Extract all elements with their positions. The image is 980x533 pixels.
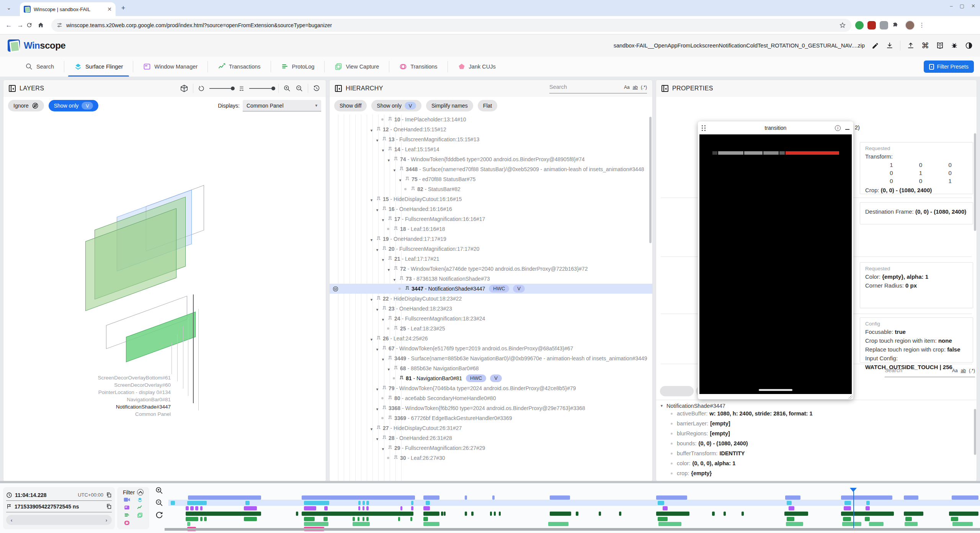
expand-arrow-icon[interactable]: ▼ <box>376 385 382 393</box>
tab-search-chevron-icon[interactable]: ⌄ <box>4 3 14 13</box>
camera-trace-icon[interactable] <box>124 497 130 503</box>
trace-entry-segment[interactable] <box>844 506 851 510</box>
trace-entry-segment[interactable] <box>398 517 400 521</box>
trace-entry-segment[interactable] <box>363 506 364 510</box>
close-window-icon[interactable]: ✕ <box>971 3 975 9</box>
trace-entry-segment[interactable] <box>245 501 250 505</box>
trace-entry-segment[interactable] <box>784 512 808 516</box>
transitions-trace-icon[interactable] <box>124 520 130 526</box>
displays-select[interactable]: Common Panel ▾ <box>243 100 321 111</box>
trace-entry-segment[interactable] <box>358 506 360 510</box>
show-only-v-toggle[interactable]: Show only V <box>49 100 99 111</box>
trace-entry-segment[interactable] <box>304 501 329 505</box>
pin-icon[interactable] <box>382 246 386 251</box>
rotation-slider[interactable] <box>209 88 234 89</box>
wm-trace-icon[interactable] <box>124 505 130 510</box>
trace-entry-segment[interactable] <box>426 501 430 505</box>
reload-icon[interactable] <box>26 22 38 28</box>
expand-arrow-icon[interactable]: ▼ <box>370 235 377 244</box>
hierarchy-node[interactable]: 18 - Leaf:16:16#18 <box>330 224 652 234</box>
hierarchy-node[interactable]: 3447 - NotificationShade#3447HWCV <box>330 284 652 294</box>
transition-screenshot-window[interactable]: transition i <box>698 121 853 399</box>
hierarchy-filter-show-only[interactable]: Show onlyV <box>371 100 421 111</box>
pin-icon[interactable] <box>382 435 386 440</box>
extension-icon[interactable] <box>867 21 876 29</box>
trace-entry-segment[interactable] <box>366 501 369 505</box>
expand-arrow-icon[interactable]: ▼ <box>376 305 382 313</box>
trace-entry-segment[interactable] <box>423 495 439 500</box>
pin-icon[interactable] <box>394 326 398 331</box>
trace-entry-segment[interactable] <box>656 512 689 516</box>
ignore-toggle[interactable]: Ignore <box>8 100 44 111</box>
trace-entry-segment[interactable] <box>787 501 792 505</box>
trace-entry-segment[interactable] <box>188 495 261 500</box>
trace-entry-segment[interactable] <box>353 522 370 526</box>
pin-icon[interactable] <box>388 415 392 420</box>
trace-entry-segment[interactable] <box>353 517 354 521</box>
properties-tree-scrollbar[interactable] <box>974 409 976 455</box>
trace-entry-segment[interactable] <box>658 517 667 521</box>
layer-3d-label[interactable]: PointerLocation - display 0#134 <box>90 389 171 396</box>
timeline-scrollbar[interactable] <box>165 528 980 531</box>
hierarchy-node[interactable]: ▼28 - OneHanded:26:31#28 <box>330 433 652 443</box>
info-icon[interactable]: i <box>835 125 841 131</box>
trace-entry-segment[interactable] <box>244 506 257 510</box>
hierarchy-node[interactable]: 3369 - 67726bf EdgeBackGestureHandler0#3… <box>330 413 652 423</box>
trace-entry-segment[interactable] <box>724 512 726 516</box>
trace-entry-segment[interactable] <box>952 495 978 500</box>
trace-entry-segment[interactable] <box>411 506 413 510</box>
trace-entry-segment[interactable] <box>599 512 601 516</box>
expand-arrow-icon[interactable]: ▼ <box>393 166 400 174</box>
trace-entry-segment[interactable] <box>843 517 851 521</box>
trace-entry-segment[interactable] <box>423 522 439 526</box>
timeline-row-surface-flinger[interactable] <box>168 501 980 505</box>
hierarchy-node[interactable]: ▼3448 - Surface(name=ed70f88 StatusBar)/… <box>330 164 652 174</box>
pin-icon[interactable] <box>388 445 392 450</box>
trace-entry-segment[interactable] <box>548 522 568 526</box>
layer-3d-label[interactable]: NotificationShade#3447 <box>90 403 171 410</box>
site-settings-icon[interactable] <box>57 22 62 28</box>
trace-entry-segment[interactable] <box>304 506 316 510</box>
hierarchy-node[interactable]: ▼72 - WindowToken{a2746de type=2040 andr… <box>330 264 652 274</box>
hierarchy-filter-show-diff[interactable]: Show diff <box>334 100 367 111</box>
resize-handle[interactable] <box>849 395 853 399</box>
pin-icon[interactable] <box>382 306 386 311</box>
visibility-eye-icon[interactable] <box>332 286 339 292</box>
trace-entry-segment[interactable] <box>187 501 207 505</box>
collapse-panel-icon[interactable] <box>9 85 16 92</box>
upload-icon[interactable] <box>906 41 915 50</box>
close-tab-icon[interactable]: ✕ <box>107 6 112 12</box>
trace-entry-segment[interactable] <box>411 501 413 505</box>
ns-time-input[interactable]: 1715339054227572545 ns <box>6 501 112 512</box>
pin-icon[interactable] <box>394 226 398 231</box>
layer-3d-label[interactable]: NavigationBar0#81 <box>90 396 171 403</box>
layer-3d-label[interactable]: ScreenDecorOverlayBottom#61 <box>90 374 171 381</box>
pin-icon[interactable] <box>382 206 386 211</box>
trace-entry-segment[interactable] <box>171 501 175 505</box>
expand-arrow-icon[interactable]: ▼ <box>381 255 388 263</box>
expand-arrow-icon[interactable]: ▼ <box>393 275 400 283</box>
expand-arrow-icon[interactable]: ▼ <box>399 176 405 184</box>
expand-arrow-icon[interactable]: ▼ <box>387 365 394 373</box>
timeline-row-view-capture[interactable] <box>168 522 980 526</box>
hierarchy-node[interactable]: ▼12 - OneHanded:15:15#12 <box>330 124 652 134</box>
properties-tree-root[interactable]: ▼ NotificationShade#3447 <box>656 401 977 410</box>
pin-icon[interactable] <box>382 346 386 351</box>
property-item[interactable]: bufferTransform:IDENTITY <box>656 450 977 460</box>
pin-icon[interactable] <box>388 316 392 321</box>
property-item[interactable]: bounds:(0, 0) - (1080, 2400) <box>656 440 977 450</box>
pin-icon[interactable] <box>377 236 381 241</box>
trace-entry-segment[interactable] <box>302 495 415 500</box>
trace-entry-segment[interactable] <box>866 506 870 510</box>
pin-icon[interactable] <box>400 376 403 381</box>
tab-transitions[interactable]: Transitions <box>389 57 447 77</box>
timeline-row-screen-recording[interactable] <box>168 495 980 500</box>
pin-icon[interactable] <box>388 117 392 122</box>
layer-3d-label[interactable]: ScreenDecorOverlay#60 <box>90 381 171 389</box>
expand-arrow-icon[interactable]: ▼ <box>376 405 382 413</box>
hierarchy-node[interactable]: ▼13 - FullscreenMagnification:15:15#13 <box>330 134 652 144</box>
trace-entry-segment[interactable] <box>444 512 446 516</box>
trace-entry-segment[interactable] <box>244 517 257 521</box>
hierarchy-node[interactable]: 25 - Leaf:18:23#25 <box>330 324 652 334</box>
pin-icon[interactable] <box>394 266 398 271</box>
